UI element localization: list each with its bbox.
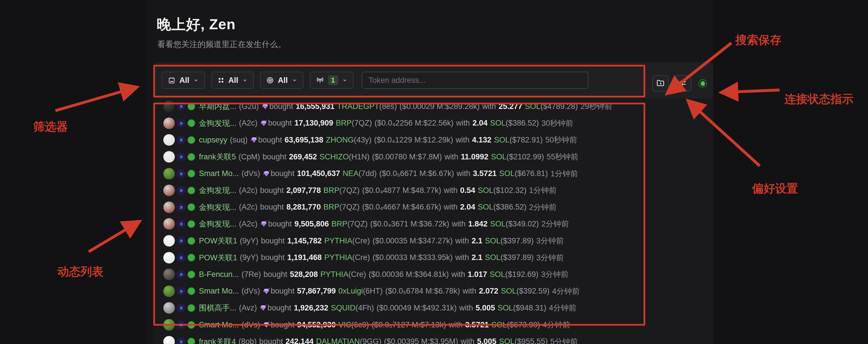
trader-name[interactable]: 早期内盘... <box>199 101 237 111</box>
trader-avatar[interactable] <box>163 336 175 344</box>
feed-row[interactable]: Smart Mo... (dVs) bought 101,450,637 NEA… <box>154 165 713 182</box>
trader-avatar[interactable] <box>163 168 175 179</box>
preferences-button[interactable] <box>675 75 691 92</box>
token-name[interactable]: BRP <box>332 219 348 229</box>
token-name[interactable]: 0xLuigi <box>338 287 363 296</box>
token-name[interactable]: BRP <box>336 119 352 128</box>
trader-avatar[interactable] <box>163 285 175 297</box>
gem-icon <box>260 220 268 228</box>
solana-chain-icon <box>177 136 185 144</box>
with-word: with <box>456 119 470 128</box>
target-filter-dropdown[interactable]: All <box>260 72 303 89</box>
trader-name[interactable]: Smart Mo... <box>199 320 239 330</box>
token-name[interactable]: PYTHIA <box>320 270 348 279</box>
token-name[interactable]: SQUID <box>331 304 355 312</box>
token-address-input[interactable] <box>362 72 588 89</box>
token-name[interactable]: BRP <box>323 186 340 195</box>
token-amount: 94,552,930 <box>297 320 336 330</box>
token-name[interactable]: PYTHIA <box>324 237 352 245</box>
trader-avatar[interactable] <box>163 269 175 280</box>
sol-label: SOL <box>490 219 506 229</box>
annotation-connection-status: 连接状态指示 <box>784 91 854 107</box>
token-name[interactable]: PYTHIA <box>324 253 352 262</box>
trader-name[interactable]: 围棋高手... <box>199 303 237 313</box>
trader-name[interactable]: 金狗发现... <box>199 219 237 229</box>
trader-name[interactable]: 金狗发现... <box>199 118 237 129</box>
trader-name[interactable]: Smart Mo... <box>199 169 239 178</box>
sol-usd: ($2102.99) <box>507 152 544 161</box>
buy-verb: bought <box>258 136 282 144</box>
trader-avatar[interactable] <box>163 319 175 331</box>
token-name[interactable]: BRP <box>323 203 340 212</box>
trader-avatar[interactable] <box>163 184 175 196</box>
trader-avatar[interactable] <box>163 302 175 314</box>
feed-row[interactable]: cupseyy (suq) bought 63,695,138 ZHONG (4… <box>154 132 713 148</box>
connection-status-indicator <box>699 79 707 88</box>
trader-avatar[interactable] <box>163 117 175 129</box>
sol-label: SOL <box>525 102 540 111</box>
feed-row[interactable]: 早期内盘... (G2u) bought 16,555,931 TRADEGPT… <box>154 98 713 115</box>
trader-name[interactable]: 金狗发现... <box>199 185 237 196</box>
trader-avatar[interactable] <box>163 235 175 246</box>
category-filter-dropdown[interactable]: All <box>211 72 254 89</box>
trader-avatar[interactable] <box>163 101 175 112</box>
token-name[interactable]: ZHONG <box>326 136 354 144</box>
time-filter-dropdown[interactable]: All <box>162 72 205 89</box>
price-info: ($0.0₄4877 M:$48.77k) <box>362 186 441 195</box>
feed-row[interactable]: 金狗发现... (A2c) bought 17,130,909 BRP (7QZ… <box>154 115 713 132</box>
online-status-icon <box>187 237 195 245</box>
trader-avatar[interactable] <box>163 218 175 230</box>
trader-name[interactable]: cupseyy <box>199 136 227 144</box>
trader-avatar[interactable] <box>163 134 175 146</box>
row-time: 2分钟前 <box>541 219 569 229</box>
feed-row[interactable]: frank关联5 (CpM) bought 269,452 SCHIZO (H1… <box>154 148 713 165</box>
feed-row[interactable]: 金狗发现... (A2c) bought 9,505,806 BRP (7QZ)… <box>154 215 713 233</box>
trader-name[interactable]: B-Fencun... <box>199 270 239 279</box>
token-code: (Cre) <box>348 270 366 279</box>
target-filter-value: All <box>278 76 288 85</box>
trader-name[interactable]: Smart Mo... <box>199 287 239 296</box>
token-name[interactable]: NEA <box>343 169 359 178</box>
feed-row[interactable]: 金狗发现... (A2c) bought 8,281,770 BRP (7QZ)… <box>154 199 713 216</box>
sol-amount: 2.1 <box>472 253 483 262</box>
trader-name[interactable]: POW关联1 <box>199 252 237 263</box>
sol-amount: 0.54 <box>460 186 475 195</box>
row-time: 1分钟前 <box>529 185 557 196</box>
trader-name[interactable]: POW关联1 <box>199 236 237 246</box>
token-name[interactable]: SCHIZO <box>319 152 349 161</box>
solana-chain-icon <box>177 203 185 212</box>
feed-row[interactable]: POW关联1 (9yY) bought 1,145,782 PYTHIA (Cr… <box>154 233 713 249</box>
sol-amount: 2.04 <box>460 203 475 212</box>
trader-code: (A2c) <box>239 186 258 195</box>
feed-row[interactable]: Smart Mo... (dVs) bought 94,552,930 VIC … <box>154 316 713 333</box>
trader-avatar[interactable] <box>163 151 175 163</box>
online-status-icon <box>187 103 195 110</box>
feed-row[interactable]: B-Fencun... (7Re) bought 528,208 PYTHIA … <box>154 266 713 283</box>
trader-name[interactable]: frank关联4 <box>199 337 236 344</box>
feed-row[interactable]: 围棋高手... (Avz) bought 1,926,232 SQUID (4F… <box>154 300 713 316</box>
feed-row[interactable]: 金狗发现... (A2c) bought 2,097,778 BRP (7QZ)… <box>154 182 713 199</box>
feed-row[interactable]: POW关联1 (9yY) bought 1,191,468 PYTHIA (Cr… <box>154 249 713 266</box>
broadcast-icon <box>316 76 324 84</box>
token-name[interactable]: DALMATIAN <box>316 337 360 344</box>
token-name[interactable]: TRADEGPT <box>337 102 379 111</box>
trader-name[interactable]: 金狗发现... <box>199 202 237 212</box>
trader-avatar[interactable] <box>163 202 175 213</box>
solana-chain-icon <box>177 186 185 195</box>
buy-verb: bought <box>268 219 292 229</box>
token-amount: 2,097,778 <box>286 186 321 195</box>
trader-code: (dVs) <box>242 287 260 296</box>
channel-filter-dropdown[interactable]: 1 <box>310 72 353 89</box>
sol-amount: 2.072 <box>479 287 498 296</box>
token-code: (Cre) <box>352 237 370 245</box>
sol-label: SOL <box>490 270 505 279</box>
feed-row[interactable]: Smart Mo... (dVs) bought 57,867,799 0xLu… <box>154 283 713 300</box>
feed-row[interactable]: frank关联4 (8ob) bought 242,144 DALMATIAN … <box>154 333 713 344</box>
trader-avatar[interactable] <box>163 252 175 264</box>
row-time: 55秒钟前 <box>547 152 578 162</box>
trader-name[interactable]: frank关联5 <box>199 152 236 162</box>
token-name[interactable]: VIC <box>338 320 351 330</box>
saved-search-button[interactable] <box>652 75 669 92</box>
annotation-preferences: 偏好设置 <box>752 181 798 196</box>
sol-usd: ($349.02) <box>506 219 539 229</box>
